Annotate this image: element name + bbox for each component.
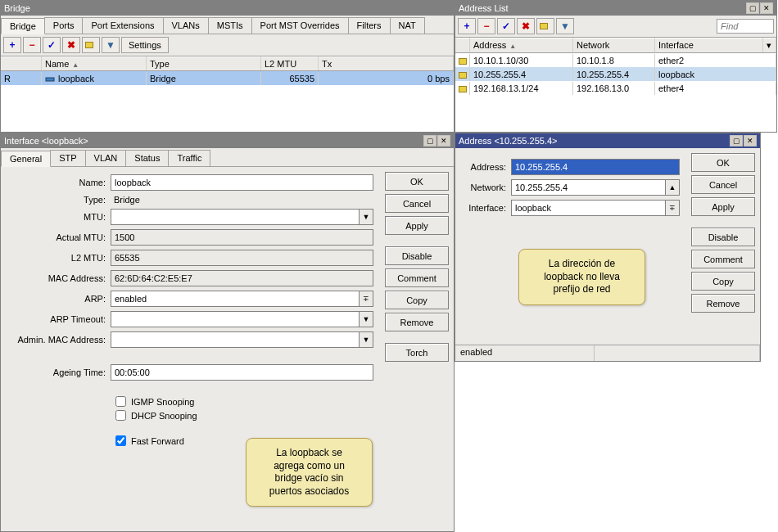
network-input[interactable]: [511, 179, 666, 196]
interface-icon: [45, 74, 55, 82]
table-row[interactable]: 192.168.13.1/24 192.168.13.0 ether4: [455, 81, 776, 95]
comment-icon[interactable]: [82, 37, 100, 53]
minimize-icon[interactable]: ▢: [423, 135, 436, 147]
sort-asc-icon: ▲: [72, 61, 79, 69]
col-flag[interactable]: [1, 56, 42, 70]
disable-button[interactable]: Disable: [691, 228, 755, 246]
tab-port-extensions[interactable]: Port Extensions: [82, 17, 163, 34]
disable-icon[interactable]: ✖: [517, 18, 535, 34]
add-icon[interactable]: +: [458, 18, 476, 34]
col-address[interactable]: Address▲: [470, 38, 573, 52]
chevron-down-icon[interactable]: ▼: [359, 311, 373, 327]
fast-forward-label: Fast Forward: [131, 436, 184, 446]
igmp-snooping-checkbox[interactable]: [115, 396, 126, 407]
torch-button[interactable]: Torch: [385, 343, 449, 362]
addrlist-titlebar: Address List ▢ ✕: [455, 1, 776, 16]
col-type[interactable]: Type: [147, 56, 261, 70]
cancel-button[interactable]: Cancel: [385, 194, 449, 213]
filter-icon[interactable]: ▼: [102, 37, 120, 53]
col-dropdown-icon[interactable]: ▾: [763, 38, 776, 52]
close-icon[interactable]: ✕: [437, 135, 450, 147]
table-row[interactable]: 10.255.255.4 10.255.255.4 loopback: [455, 67, 776, 81]
apply-button[interactable]: Apply: [691, 197, 755, 216]
select-arrow-icon[interactable]: ∓: [359, 291, 373, 307]
comment-button[interactable]: Comment: [691, 250, 755, 268]
tab-status[interactable]: Status: [125, 150, 169, 166]
ok-button[interactable]: OK: [385, 172, 449, 191]
bridge-toolbar: + − ✓ ✖ ▼ Settings: [1, 34, 454, 56]
tab-traffic[interactable]: Traffic: [168, 150, 210, 166]
callout-loopback-note: La loopback se agrega como un bridge vac…: [246, 438, 373, 507]
filter-icon[interactable]: ▼: [556, 18, 574, 34]
disable-button[interactable]: Disable: [385, 246, 449, 265]
tab-stp[interactable]: STP: [50, 150, 85, 166]
cell-type: Bridge: [147, 72, 261, 85]
enable-icon[interactable]: ✓: [497, 18, 515, 34]
enable-icon[interactable]: ✓: [43, 37, 61, 53]
chevron-down-icon[interactable]: ▼: [359, 209, 373, 225]
tab-nat[interactable]: NAT: [390, 17, 425, 34]
cell-net: 10.10.1.8: [573, 54, 655, 67]
table-row[interactable]: R loopback Bridge 65535 0 bps: [1, 71, 454, 85]
remove-button[interactable]: Remove: [691, 294, 755, 313]
col-l2mtu[interactable]: L2 MTU: [261, 56, 319, 70]
cancel-button[interactable]: Cancel: [691, 175, 755, 194]
admin-mac-input[interactable]: [111, 331, 360, 348]
select-arrow-icon[interactable]: ∓: [665, 200, 680, 216]
col-name[interactable]: Name▲: [42, 56, 147, 70]
apply-button[interactable]: Apply: [385, 216, 449, 235]
chevron-down-icon[interactable]: ▼: [359, 331, 373, 348]
tab-bridge[interactable]: Bridge: [1, 18, 45, 34]
cell-iface: ether4: [655, 82, 776, 95]
remove-icon[interactable]: −: [23, 37, 41, 53]
copy-button[interactable]: Copy: [691, 272, 755, 291]
col-tx[interactable]: Tx: [319, 56, 454, 70]
tab-vlan[interactable]: VLAN: [85, 150, 127, 166]
copy-button[interactable]: Copy: [385, 291, 449, 309]
ok-button[interactable]: OK: [691, 153, 755, 172]
name-input[interactable]: [111, 174, 373, 191]
col-network[interactable]: Network: [573, 38, 655, 52]
find-input[interactable]: [717, 19, 774, 34]
arp-select[interactable]: [111, 291, 360, 307]
bridge-title: Bridge: [4, 3, 450, 13]
comment-icon[interactable]: [536, 18, 554, 34]
addrlist-toolbar: + − ✓ ✖ ▼: [455, 16, 776, 38]
close-icon[interactable]: ✕: [760, 2, 773, 14]
minimize-icon[interactable]: ▢: [730, 135, 743, 147]
interface-select[interactable]: [511, 200, 666, 216]
close-icon[interactable]: ✕: [744, 135, 757, 147]
sort-asc-icon: ▲: [509, 43, 516, 50]
comment-button[interactable]: Comment: [385, 268, 449, 287]
tab-filters[interactable]: Filters: [348, 17, 391, 34]
addr-form: Address: Network:▲ Interface:∓: [455, 148, 686, 345]
addrlist-grid-header: Address▲ Network Interface ▾: [455, 38, 776, 53]
col-flag[interactable]: [455, 38, 470, 52]
mtu-input[interactable]: [111, 209, 360, 225]
address-label: Address:: [462, 162, 511, 172]
tab-ports[interactable]: Ports: [44, 17, 84, 34]
ageing-time-input[interactable]: [111, 364, 373, 381]
remove-icon[interactable]: −: [477, 18, 495, 34]
settings-button[interactable]: Settings: [121, 37, 169, 53]
minimize-icon[interactable]: ▢: [746, 2, 759, 14]
add-icon[interactable]: +: [3, 37, 21, 53]
col-interface[interactable]: Interface: [655, 38, 763, 52]
tab-vlans[interactable]: VLANs: [163, 17, 209, 34]
tab-general[interactable]: General: [1, 151, 51, 167]
arp-timeout-input[interactable]: [111, 311, 360, 327]
addr-titlebar: Address <10.255.255.4> ▢ ✕: [455, 133, 760, 148]
remove-button[interactable]: Remove: [385, 313, 449, 331]
type-label: Type:: [7, 195, 111, 205]
dhcp-snooping-checkbox[interactable]: [115, 410, 126, 421]
address-input[interactable]: [511, 159, 680, 175]
tab-mstis[interactable]: MSTIs: [208, 17, 252, 34]
network-label: Network:: [462, 183, 511, 192]
table-row[interactable]: 10.10.1.10/30 10.10.1.8 ether2: [455, 53, 776, 67]
cell-addr: 10.255.255.4: [470, 68, 573, 81]
disable-icon[interactable]: ✖: [62, 37, 80, 53]
fast-forward-checkbox[interactable]: [115, 435, 126, 446]
tab-port-mst-overrides[interactable]: Port MST Overrides: [251, 17, 349, 34]
chevron-up-icon[interactable]: ▲: [665, 179, 680, 196]
arp-timeout-label: ARP Timeout:: [7, 314, 111, 324]
